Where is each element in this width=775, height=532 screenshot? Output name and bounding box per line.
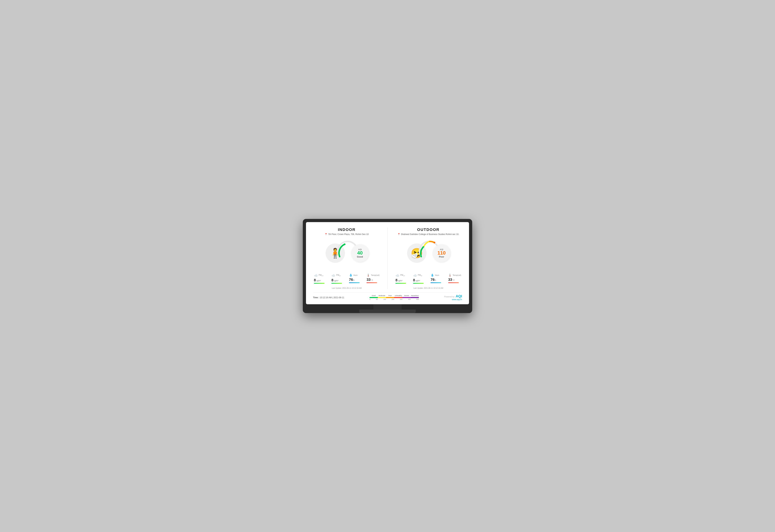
indoor-pm25: ☁️ PM2.5 8 ug/m³ [314, 273, 326, 284]
outdoor-pm10-bar [413, 283, 424, 284]
outdoor-location-icon: 📍 [398, 233, 400, 236]
scale-hazardous [411, 297, 419, 298]
outdoor-hum-icon: 💧 [431, 273, 434, 277]
aqi-brand: AQI [456, 294, 462, 298]
tv-frame: INDOOR 📍 7th Floor, Crown Plaza, 706, Ro… [303, 219, 472, 313]
aqi-website: www.aqi.in [444, 298, 462, 301]
indoor-metrics: ☁️ PM2.5 8 ug/m³ ☁️ PM10 [313, 273, 380, 284]
outdoor-hum-bar [431, 282, 441, 283]
outdoor-aqi-status: Poor [439, 255, 444, 258]
pm25-cloud-icon: ☁️ [314, 273, 318, 277]
outdoor-hum-label: Hum [435, 274, 439, 276]
powered-by: Powered by AQI www.aqi.in [444, 294, 462, 301]
indoor-pm10: ☁️ PM10 8 ug/m³ [331, 273, 344, 284]
svg-point-1 [434, 242, 435, 243]
indoor-temp-value: 33° C [367, 277, 373, 282]
scale-moderate [378, 297, 386, 298]
outdoor-aqi-area: 🤧 [405, 239, 451, 267]
indoor-temp: 🌡️ Temp(cel) 33° C [367, 273, 379, 284]
indoor-location: 📍 7th Floor, Crown Plaza, 706, Rohini Se… [325, 233, 369, 236]
scale-label-moderate: Moderate [378, 295, 386, 296]
scale-labels: Good Moderate Poor Unhealthy Severe Haza… [370, 295, 419, 296]
outdoor-metrics: ☁️ PM2.5 8 ug/m³ ☁️ PM10 [395, 273, 462, 284]
temp-icon: 🌡️ [367, 273, 370, 277]
indoor-temp-label: Temp(cel) [371, 274, 379, 276]
outdoor-pm10-cloud-icon: ☁️ [413, 273, 417, 277]
indoor-aqi-area: 🧍 [324, 239, 370, 267]
outdoor-hum: 💧 Hum 76% [431, 273, 443, 284]
outdoor-aqi-bubble: AQI 110 Poor [433, 244, 450, 262]
svg-point-0 [344, 243, 346, 245]
scale-poor [386, 297, 394, 298]
outdoor-pm10-value: 8 ug/m³ [413, 278, 420, 282]
outdoor-temp-icon: 🌡️ [448, 273, 452, 277]
outdoor-hum-value: 76% [431, 277, 436, 282]
hum-icon: 💧 [349, 273, 353, 277]
outdoor-temp-bar [448, 282, 459, 283]
outdoor-temp-label: Temp(cel) [453, 274, 461, 276]
outdoor-pm10-label: PM10 [418, 274, 422, 277]
tv-stand-neck [373, 304, 402, 310]
bottom-bar: Time : 10:12:16 AM | 2021-08-11 Good Mod… [313, 292, 462, 301]
scale-label-good: Good [370, 295, 378, 296]
indoor-aqi-bubble: AQI 40 Good [351, 244, 369, 262]
scale-bar [370, 297, 419, 298]
indoor-hum: 💧 Hum 76% [349, 273, 361, 284]
outdoor-last-update: Last Update: 2021-08-11 10:12:16 AM [413, 287, 443, 289]
scale-unhealthy [394, 297, 402, 298]
indoor-hum-label: Hum [353, 274, 358, 276]
scale-label-unhealthy: Unhealthy [394, 295, 402, 296]
outdoor-pm25: ☁️ PM2.5 8 ug/m³ [395, 273, 408, 284]
powered-by-label: Powered by [444, 296, 454, 298]
location-icon: 📍 [325, 233, 327, 236]
indoor-title: INDOOR [338, 227, 356, 232]
indoor-aqi-value: 40 [357, 250, 363, 255]
time-label: Time : [313, 296, 319, 299]
scale-label-hazardous: Hazardous [411, 295, 419, 296]
indoor-pm10-bar [331, 283, 342, 284]
time-display: Time : 10:12:16 AM | 2021-08-11 [313, 296, 344, 299]
indoor-pm10-value: 8 ug/m³ [331, 278, 338, 282]
outdoor-pm10: ☁️ PM10 8 ug/m³ [413, 273, 425, 284]
indoor-pm25-label: PM2.5 [319, 274, 323, 277]
outdoor-title: OUTDOOR [417, 227, 439, 232]
indoor-aqi-status: Good [357, 255, 363, 258]
scale-numbers: 0 50 100 200 300 400 500 [370, 298, 419, 300]
time-value: 10:12:16 AM | 2021-08-11 [320, 296, 344, 299]
scale-severe [402, 297, 411, 298]
outdoor-temp: 🌡️ Temp(cel) 33° C [448, 273, 461, 284]
indoor-hum-value: 76% [349, 277, 355, 282]
outdoor-aqi-value: 110 [437, 250, 446, 255]
indoor-last-update: Last Update: 2021-08-11 10:12:16 AM [332, 287, 362, 289]
aqi-scale: Good Moderate Poor Unhealthy Severe Haza… [370, 295, 419, 300]
scale-label-poor: Poor [386, 295, 394, 296]
indoor-pm25-value: 8 ug/m³ [314, 278, 321, 282]
outdoor-location: 📍 Shaheed Sukhdev College of Business St… [398, 233, 459, 236]
tv-stand-base [359, 310, 416, 313]
pm10-cloud-icon: ☁️ [331, 273, 335, 277]
indoor-hum-bar [349, 282, 360, 283]
outdoor-panel: OUTDOOR 📍 Shaheed Sukhdev College of Bus… [395, 227, 462, 289]
indoor-temp-bar [367, 282, 377, 283]
outdoor-pm25-cloud-icon: ☁️ [395, 273, 399, 277]
dashboard: INDOOR 📍 7th Floor, Crown Plaza, 706, Ro… [313, 227, 462, 289]
outdoor-temp-value: 33° C [448, 277, 454, 282]
indoor-pm25-bar [314, 283, 325, 284]
scale-good [370, 297, 378, 298]
outdoor-pm25-label: PM2.5 [400, 274, 405, 277]
outdoor-pm25-bar [395, 283, 406, 284]
indoor-panel: INDOOR 📍 7th Floor, Crown Plaza, 706, Ro… [313, 227, 380, 289]
indoor-pm10-label: PM10 [336, 274, 340, 277]
scale-label-severe: Severe [402, 295, 411, 296]
outdoor-pm25-value: 8 ug/m³ [395, 278, 402, 282]
tv-screen: INDOOR 📍 7th Floor, Crown Plaza, 706, Ro… [306, 222, 469, 304]
